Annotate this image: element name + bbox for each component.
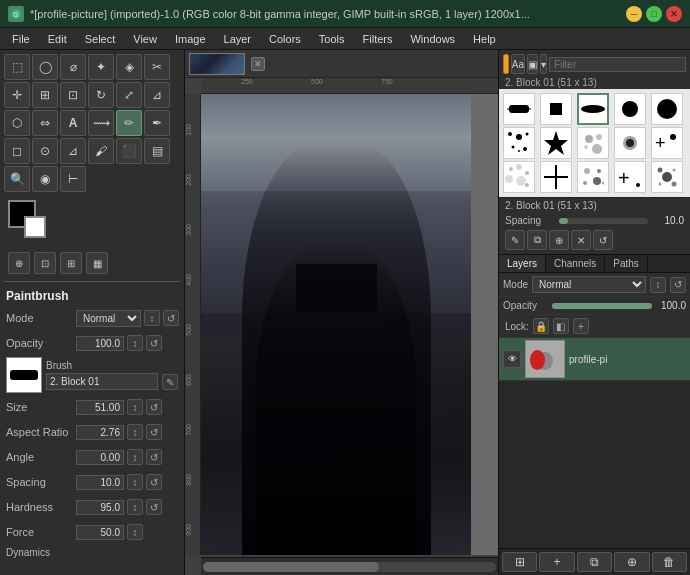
color-swap-area[interactable]: [8, 200, 60, 244]
brush-item[interactable]: [651, 93, 683, 125]
brush-item[interactable]: +: [614, 161, 646, 193]
layers-list[interactable]: 👁 profile-pi: [499, 338, 690, 548]
brush-preview[interactable]: [6, 357, 42, 393]
maximize-button[interactable]: □: [646, 6, 662, 22]
mode-select[interactable]: Normal: [76, 310, 141, 327]
menu-image[interactable]: Image: [167, 31, 214, 47]
tool-ellipse-select[interactable]: ◯: [32, 54, 58, 80]
spacing-cycle-btn[interactable]: ↕: [127, 474, 143, 490]
tool-color-select[interactable]: ◈: [116, 54, 142, 80]
panel-tag-btn[interactable]: Aa: [511, 54, 525, 74]
brush-item[interactable]: [540, 161, 572, 193]
close-tab-button[interactable]: ✕: [251, 57, 265, 71]
mode-cycle-btn[interactable]: ↕: [650, 277, 666, 293]
angle-input[interactable]: [76, 450, 124, 465]
opacity-input[interactable]: [76, 336, 124, 351]
brush-item[interactable]: +: [651, 127, 683, 159]
brush-item[interactable]: [577, 127, 609, 159]
brush-item[interactable]: [614, 93, 646, 125]
panel-expand-btn[interactable]: ▣: [527, 54, 538, 74]
brush-item[interactable]: [577, 161, 609, 193]
brush-filter-input[interactable]: [549, 57, 686, 72]
new-view-icon[interactable]: ⊕: [8, 252, 30, 274]
tool-text[interactable]: A: [60, 110, 86, 136]
hardness-input[interactable]: [76, 500, 124, 515]
mode-reset-btn[interactable]: ↺: [163, 310, 179, 326]
window-controls[interactable]: ─ □ ✕: [626, 6, 682, 22]
tool-fuzzy-select[interactable]: ✦: [88, 54, 114, 80]
force-input[interactable]: [76, 525, 124, 540]
size-reset-btn[interactable]: ↺: [146, 399, 162, 415]
tool-rotate[interactable]: ↻: [88, 82, 114, 108]
menu-help[interactable]: Help: [465, 31, 504, 47]
brush-name-field[interactable]: [46, 373, 158, 390]
tool-ink[interactable]: ⊿: [60, 138, 86, 164]
size-cycle-btn[interactable]: ↕: [127, 399, 143, 415]
delete-layer-btn[interactable]: 🗑: [652, 552, 687, 572]
size-input[interactable]: [76, 400, 124, 415]
brush-item[interactable]: [651, 161, 683, 193]
canvas-image[interactable]: [201, 94, 471, 555]
lock-add-btn[interactable]: +: [573, 318, 589, 334]
new-layer-btn[interactable]: +: [539, 552, 574, 572]
tool-rect-select[interactable]: ⬚: [4, 54, 30, 80]
menu-file[interactable]: File: [4, 31, 38, 47]
brush-item[interactable]: [503, 161, 535, 193]
new-layer-group-btn[interactable]: ⊞: [502, 552, 537, 572]
aspect-ratio-cycle-btn[interactable]: ↕: [127, 424, 143, 440]
canvas-scroll-area[interactable]: [201, 94, 498, 555]
menu-tools[interactable]: Tools: [311, 31, 353, 47]
zoom-fit-icon[interactable]: ⊡: [34, 252, 56, 274]
image-thumbnail[interactable]: [189, 53, 245, 75]
layer-row[interactable]: 👁 profile-pi: [499, 338, 690, 381]
canvas-area[interactable]: ✕ 250 500 750 100 200 300 400 500 600 70…: [185, 50, 498, 575]
menu-view[interactable]: View: [125, 31, 165, 47]
aspect-ratio-reset-btn[interactable]: ↺: [146, 424, 162, 440]
opacity-cycle-btn[interactable]: ↕: [127, 335, 143, 351]
tool-mypaint[interactable]: 🖌: [88, 138, 114, 164]
brush-new-icon[interactable]: ⊕: [549, 230, 569, 250]
spacing-reset-btn[interactable]: ↺: [146, 474, 162, 490]
hardness-cycle-btn[interactable]: ↕: [127, 499, 143, 515]
tool-lasso[interactable]: ⌀: [60, 54, 86, 80]
scrollbar-track[interactable]: [203, 562, 496, 572]
brush-edit-icon[interactable]: ✎: [505, 230, 525, 250]
spacing-input[interactable]: [76, 475, 124, 490]
mode-select[interactable]: Normal: [532, 276, 646, 293]
brush-duplicate-icon[interactable]: ⧉: [527, 230, 547, 250]
brush-item-selected[interactable]: [577, 93, 609, 125]
layer-visibility-toggle[interactable]: 👁: [503, 350, 521, 368]
tool-airbrush[interactable]: ⊙: [32, 138, 58, 164]
tool-move[interactable]: ✛: [4, 82, 30, 108]
brush-item[interactable]: [503, 127, 535, 159]
tool-gradient[interactable]: ▤: [144, 138, 170, 164]
tool-color-picker[interactable]: ◉: [32, 166, 58, 192]
horizontal-scrollbar[interactable]: [201, 557, 498, 575]
tool-flip[interactable]: ⇔: [32, 110, 58, 136]
menu-select[interactable]: Select: [77, 31, 124, 47]
tool-eraser[interactable]: ◻: [4, 138, 30, 164]
brush-item[interactable]: [503, 93, 535, 125]
tool-align[interactable]: ⊞: [32, 82, 58, 108]
tab-channels[interactable]: Channels: [546, 255, 605, 272]
tab-paths[interactable]: Paths: [605, 255, 648, 272]
force-cycle-btn[interactable]: ↕: [127, 524, 143, 540]
brush-refresh-icon[interactable]: ↺: [593, 230, 613, 250]
lock-alpha-btn[interactable]: ◧: [553, 318, 569, 334]
close-button[interactable]: ✕: [666, 6, 682, 22]
tool-fill[interactable]: ⬛: [116, 138, 142, 164]
tool-zoom[interactable]: 🔍: [4, 166, 30, 192]
angle-cycle-btn[interactable]: ↕: [127, 449, 143, 465]
mode-cycle-btn[interactable]: ↕: [144, 310, 160, 326]
menu-layer[interactable]: Layer: [216, 31, 260, 47]
panel-menu-btn[interactable]: ▾: [540, 54, 547, 74]
zoom-fill-icon[interactable]: ⊞: [60, 252, 82, 274]
duplicate-layer-btn[interactable]: ⧉: [577, 552, 612, 572]
brush-item[interactable]: [614, 127, 646, 159]
brush-item[interactable]: [540, 93, 572, 125]
opacity-slider[interactable]: [552, 303, 652, 309]
tool-scissors[interactable]: ✂: [144, 54, 170, 80]
brush-edit-btn[interactable]: ✎: [162, 374, 178, 390]
brush-item[interactable]: [540, 127, 572, 159]
angle-reset-btn[interactable]: ↺: [146, 449, 162, 465]
